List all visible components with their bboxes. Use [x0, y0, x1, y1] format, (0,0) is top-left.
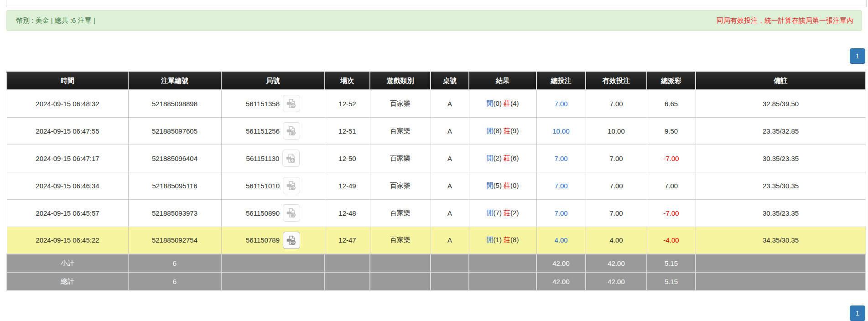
video-replay-button[interactable]: [283, 122, 300, 140]
total-bet-cell[interactable]: 4.00: [536, 227, 586, 254]
player-result-score: (0): [494, 99, 502, 107]
result-cell: 閒(1) 莊(8): [469, 227, 536, 254]
summary-total-bet-cell: 42.00: [536, 272, 586, 290]
banker-result-score: (9): [510, 127, 519, 135]
remark-cell: 34.35/30.35: [696, 227, 866, 254]
player-result-label: 閒: [487, 99, 494, 107]
player-result-label: 閒: [487, 154, 494, 162]
col-header-valid-bet: 有效投注: [586, 72, 647, 90]
table-row: 2024-09-15 06:47:55 521885097605 5611512…: [7, 117, 866, 145]
session-cell: 12-49: [325, 172, 370, 199]
video-replay-button[interactable]: [283, 177, 300, 194]
table-row: 2024-09-15 06:48:32 521885098898 5611513…: [7, 90, 866, 117]
bet-id-cell: 521885092754: [128, 227, 221, 254]
video-file-icon: [286, 98, 297, 109]
collapsed-panel-bottom: [6, 0, 867, 7]
payout-cell: -7.00: [647, 199, 696, 227]
round-id-cell: 561151358: [221, 90, 325, 117]
total-bet-cell[interactable]: 7.00: [536, 145, 586, 172]
remark-cell: 32.85/39.50: [696, 90, 866, 117]
valid-bet-cell: 10.00: [586, 117, 647, 145]
summary-remark-cell: [696, 254, 866, 272]
banker-result-score: (8): [510, 236, 519, 243]
video-file-icon: [286, 207, 297, 218]
valid-bet-cell: 7.00: [586, 172, 647, 199]
bet-id-cell: 521885093973: [128, 199, 221, 227]
video-replay-button[interactable]: [283, 204, 300, 222]
video-replay-button[interactable]: [282, 150, 300, 167]
round-id-text: 561150789: [246, 236, 280, 244]
table-body: 2024-09-15 06:48:32 521885098898 5611513…: [7, 90, 866, 290]
session-cell: 12-52: [325, 90, 370, 117]
round-id-cell: 561151256: [221, 117, 325, 145]
table-code-cell: A: [431, 172, 469, 199]
time-cell: 2024-09-15 06:45:57: [7, 199, 128, 227]
valid-bet-cell: 7.00: [586, 199, 647, 227]
video-replay-button[interactable]: [283, 95, 300, 112]
session-cell: 12-51: [325, 117, 370, 145]
result-cell: 閒(8) 莊(9): [469, 117, 536, 145]
round-id-cell: 561150789: [221, 227, 325, 254]
bet-id-cell: 521885097605: [128, 117, 221, 145]
col-header-total-bet: 總投注: [536, 72, 586, 90]
table-row: 2024-09-15 06:47:17 521885096404 5611511…: [7, 145, 866, 172]
video-file-icon: [286, 180, 297, 191]
round-id-text: 561151130: [246, 155, 280, 162]
session-cell: 12-48: [325, 199, 370, 227]
game-type-cell: 百家樂: [370, 199, 431, 227]
result-cell: 閒(7) 莊(2): [469, 199, 536, 227]
session-cell: 12-47: [325, 227, 370, 254]
total-bet-cell[interactable]: 7.00: [536, 90, 586, 117]
payout-cell: 6.65: [647, 90, 696, 117]
table-row: 2024-09-15 06:46:34 521885095116 5611510…: [7, 172, 866, 199]
bet-id-cell: 521885095116: [128, 172, 221, 199]
summary-valid-bet-cell: 42.00: [586, 272, 647, 290]
payout-cell: 7.00: [647, 172, 696, 199]
col-header-session: 場次: [325, 72, 370, 90]
table-code-cell: A: [431, 90, 469, 117]
video-file-icon: [286, 153, 296, 164]
session-cell: 12-50: [325, 145, 370, 172]
total-bet-cell[interactable]: 10.00: [536, 117, 586, 145]
table-code-cell: A: [431, 199, 469, 227]
banker-result-score: (0): [510, 181, 519, 189]
page-1-button[interactable]: 1: [850, 48, 865, 64]
video-file-icon: [286, 235, 297, 246]
table-code-cell: A: [431, 227, 469, 254]
result-cell: 閒(0) 莊(4): [469, 90, 536, 117]
summary-payout-cell: 5.15: [647, 272, 696, 290]
round-id-cell: 561150890: [221, 199, 325, 227]
summary-payout-cell: 5.15: [647, 254, 696, 272]
valid-bet-cell: 7.00: [586, 145, 647, 172]
total-bet-cell[interactable]: 7.00: [536, 199, 586, 227]
round-id-text: 561150890: [246, 209, 280, 217]
player-result-score: (5): [494, 181, 502, 189]
currency-summary-text: 幣別 : 美金 | 總共 :6 注單 |: [16, 16, 95, 25]
page-1-button[interactable]: 1: [850, 305, 865, 321]
total-bet-cell[interactable]: 7.00: [536, 172, 586, 199]
player-result-score: (7): [494, 209, 502, 217]
col-header-bet-id: 注單編號: [128, 72, 221, 90]
table-header-row: 時間 注單編號 局號 場次 遊戲類別 桌號 結果 總投注 有效投注 總派彩 備註: [7, 72, 866, 90]
banker-result-label: 莊: [504, 127, 510, 135]
video-replay-button[interactable]: [283, 232, 300, 249]
summary-valid-bet-cell: 42.00: [586, 254, 647, 272]
player-result-score: (2): [494, 154, 502, 162]
banker-result-label: 莊: [504, 154, 510, 162]
table-code-cell: A: [431, 145, 469, 172]
banker-result-score: (4): [510, 99, 519, 107]
col-header-payout: 總派彩: [647, 72, 696, 90]
game-type-cell: 百家樂: [370, 90, 431, 117]
banker-result-label: 莊: [504, 99, 510, 107]
col-header-round-id: 局號: [221, 72, 325, 90]
summary-count-cell: 6: [128, 254, 221, 272]
player-result-score: (1): [494, 236, 502, 243]
time-cell: 2024-09-15 06:47:55: [7, 117, 128, 145]
game-type-cell: 百家樂: [370, 172, 431, 199]
video-file-icon: [286, 125, 297, 136]
payout-cell: -7.00: [647, 145, 696, 172]
player-result-label: 閒: [487, 127, 494, 135]
game-type-cell: 百家樂: [370, 117, 431, 145]
remark-cell: 30.35/23.35: [696, 199, 866, 227]
time-cell: 2024-09-15 06:48:32: [7, 90, 128, 117]
